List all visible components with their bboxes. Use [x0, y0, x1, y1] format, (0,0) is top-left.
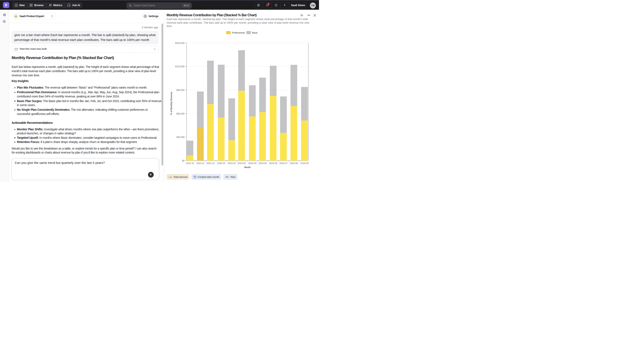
svg-text:Abc: Abc	[225, 176, 229, 178]
svg-text:$120,000: $120,000	[175, 65, 184, 68]
svg-text:123: 123	[169, 176, 172, 178]
svg-text:2023-12: 2023-12	[206, 162, 214, 164]
svg-text:$150,000: $150,000	[175, 42, 184, 44]
svg-text:2024-09: 2024-09	[300, 162, 308, 164]
svg-text:Professional: Professional	[232, 32, 244, 34]
svg-text:2024-08: 2024-08	[290, 162, 298, 164]
svg-text:% of Monthly Revenue: % of Monthly Revenue	[170, 92, 172, 115]
svg-text:?: ?	[275, 4, 276, 6]
svg-text:2024-06: 2024-06	[269, 162, 277, 164]
svg-text:$0: $0	[182, 160, 184, 162]
svg-text:Month: Month	[244, 166, 251, 168]
svg-text:$30,000: $30,000	[176, 136, 184, 138]
svg-text:$90,000: $90,000	[176, 89, 184, 91]
svg-text:2024-04: 2024-04	[248, 162, 256, 164]
svg-text:Basic: Basic	[252, 32, 258, 34]
svg-text:2024-03: 2024-03	[237, 162, 245, 164]
svg-text:2024-02: 2024-02	[228, 162, 236, 164]
svg-text:2024-07: 2024-07	[279, 162, 287, 164]
svg-text:2023-10: 2023-10	[186, 162, 194, 164]
svg-text:$60,000: $60,000	[176, 112, 184, 115]
svg-text:2024-05: 2024-05	[258, 162, 267, 164]
svg-text:2024-01: 2024-01	[217, 162, 225, 164]
svg-text:2023-11: 2023-11	[196, 162, 204, 164]
